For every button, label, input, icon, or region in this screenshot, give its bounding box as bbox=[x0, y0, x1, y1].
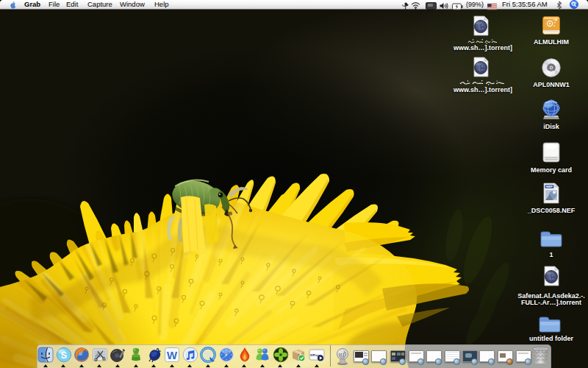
svg-text:DVD: DVD bbox=[548, 71, 555, 74]
svg-text:W: W bbox=[167, 349, 178, 361]
svg-text:NEF: NEF bbox=[546, 185, 553, 188]
svg-text:S: S bbox=[60, 350, 67, 361]
